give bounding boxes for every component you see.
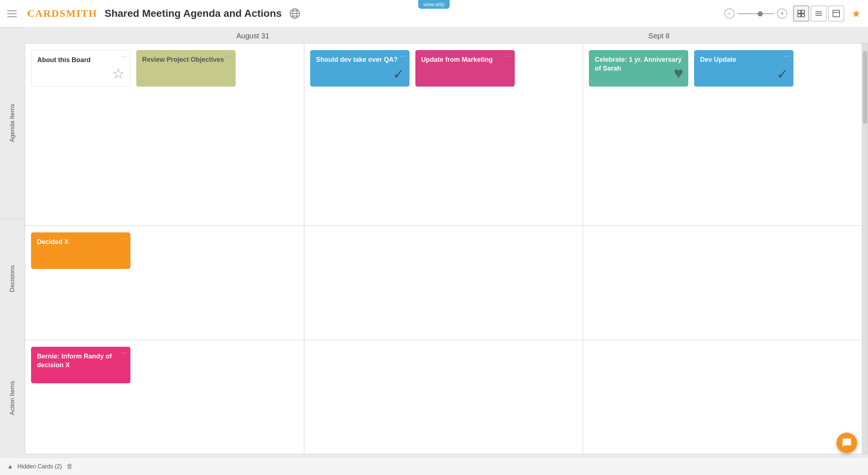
card-menu-dots[interactable]: ··· — [784, 53, 790, 60]
checkmark-icon: ✓ — [777, 66, 788, 82]
row-label-decisions: Decisions — [0, 218, 25, 338]
column-headers: August 31 Sept 8 — [0, 27, 868, 43]
zoom-slider[interactable] — [738, 13, 774, 14]
bottom-bar: ▲ Hidden Cards (2) 🗑 — [0, 457, 868, 475]
card-title: Decided X — [37, 238, 125, 246]
logo: CARDSMITH — [27, 8, 97, 19]
star-icon: ☆ — [112, 65, 125, 82]
svg-rect-12 — [833, 10, 840, 17]
agenda-row: ··· About this Board ☆ ··· Review Projec… — [25, 43, 862, 226]
card-view-button[interactable] — [828, 5, 844, 22]
decisions-aug31-col2-cell — [304, 226, 583, 339]
zoom-in-button[interactable]: + — [777, 8, 787, 19]
card-menu-dots[interactable]: ··· — [121, 350, 127, 356]
card-update-marketing[interactable]: ··· Update from Marketing — [415, 50, 515, 87]
decisions-row: ··· Decided X — [25, 226, 862, 340]
card-menu-dots[interactable]: ··· — [121, 235, 127, 242]
chat-bubble[interactable] — [837, 433, 857, 453]
list-view-button[interactable] — [811, 5, 827, 22]
svg-rect-8 — [802, 14, 804, 17]
card-celebrate[interactable]: ··· Celebrate: 1 yr. Anniversary of Sara… — [589, 50, 688, 87]
heart-icon: ♥ — [674, 64, 683, 82]
card-title: Bernie: Inform Randy of decision X — [37, 352, 125, 370]
row-label-actions: Action Items — [0, 338, 25, 457]
card-bernie-inform[interactable]: ··· Bernie: Inform Randy of decision X — [31, 347, 130, 383]
zoom-control: − + — [724, 8, 787, 19]
agenda-sep8-cell: ··· Celebrate: 1 yr. Anniversary of Sara… — [583, 43, 862, 225]
board-area: August 31 Sept 8 Agenda Items Decisions … — [0, 27, 868, 457]
card-menu-dots[interactable]: ··· — [121, 53, 126, 60]
globe-icon[interactable] — [288, 7, 301, 20]
row-labels: Agenda Items Decisions Action Items — [0, 27, 25, 457]
card-title: Dev Update — [700, 55, 788, 64]
decisions-aug31-cell: ··· Decided X — [25, 226, 304, 339]
actions-aug31-cell: ··· Bernie: Inform Randy of decision X — [25, 340, 304, 454]
menu-icon[interactable] — [7, 7, 20, 20]
card-title: Should dev take over QA? — [316, 55, 404, 64]
actions-row: ··· Bernie: Inform Randy of decision X — [25, 340, 862, 454]
actions-aug31-col2-cell — [304, 340, 583, 454]
card-title: Update from Marketing — [421, 55, 509, 64]
favorite-star-icon[interactable]: ★ — [852, 8, 861, 20]
svg-rect-5 — [798, 10, 801, 13]
zoom-slider-thumb — [758, 11, 763, 16]
board-title: Shared Meeting Agenda and Actions — [104, 8, 282, 19]
card-title: About this Board — [37, 56, 124, 64]
view-only-badge: view-only — [418, 0, 450, 9]
grid-content: ··· About this Board ☆ ··· Review Projec… — [25, 43, 862, 454]
row-label-agenda: Agenda Items — [0, 27, 25, 218]
column-header-aug31: August 31 — [50, 32, 456, 40]
card-menu-dots[interactable]: ··· — [400, 53, 406, 60]
card-decided-x[interactable]: ··· Decided X — [31, 232, 130, 269]
card-title: Celebrate: 1 yr. Anniversary of Sarah — [595, 55, 682, 73]
card-menu-dots[interactable]: ··· — [679, 53, 685, 60]
card-about-board[interactable]: ··· About this Board ☆ — [31, 50, 130, 87]
view-buttons — [793, 5, 844, 22]
grid-view-button[interactable] — [793, 5, 809, 22]
checkmark-icon: ✓ — [393, 66, 404, 82]
card-should-dev[interactable]: ··· Should dev take over QA? ✓ — [310, 50, 410, 87]
header-controls: − + — [724, 5, 861, 22]
card-title: Review Project Objectives — [142, 55, 230, 64]
card-dev-update[interactable]: ··· Dev Update ✓ — [694, 50, 793, 87]
card-menu-dots[interactable]: ··· — [226, 53, 232, 60]
card-menu-dots[interactable]: ··· — [505, 53, 511, 60]
hidden-cards-arrow[interactable]: ▲ — [7, 463, 13, 470]
scrollbar[interactable] — [862, 43, 868, 454]
svg-rect-7 — [798, 14, 801, 17]
header: CARDSMITH Shared Meeting Agenda and Acti… — [0, 0, 868, 27]
svg-rect-6 — [802, 10, 804, 13]
actions-sep8-cell — [583, 340, 862, 454]
column-header-sep8: Sept 8 — [456, 32, 862, 40]
agenda-aug31-cell: ··· About this Board ☆ ··· Review Projec… — [25, 43, 304, 225]
card-review-project[interactable]: ··· Review Project Objectives — [136, 50, 236, 87]
scrollbar-thumb[interactable] — [863, 51, 867, 124]
trash-icon[interactable]: 🗑 — [66, 463, 73, 470]
agenda-aug31-col2-cell: ··· Should dev take over QA? ✓ ··· Updat… — [304, 43, 583, 225]
decisions-sep8-cell — [583, 226, 862, 339]
hidden-cards-text: Hidden Cards (2) — [18, 463, 62, 470]
zoom-out-button[interactable]: − — [724, 8, 735, 19]
